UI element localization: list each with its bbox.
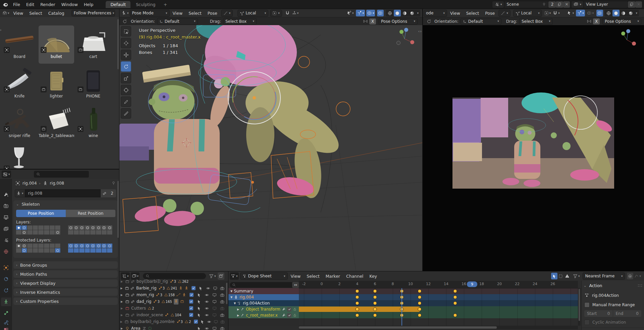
viewport-menu-view[interactable]: View (170, 9, 186, 17)
layer-cell[interactable] (68, 248, 74, 253)
viewport-scene[interactable] (119, 25, 422, 271)
datablock-name-field[interactable]: rig.008 (25, 189, 101, 197)
layer-cell[interactable] (96, 244, 102, 248)
layer-cell[interactable] (55, 248, 61, 253)
topbar-menu-edit[interactable]: Edit (23, 0, 37, 9)
layer-cell[interactable] (44, 230, 50, 235)
keyframe[interactable] (418, 295, 421, 299)
show-gizmo-dropdown[interactable]: ▾ (566, 10, 575, 16)
render-disable-icon[interactable] (219, 326, 225, 330)
shading-material-button[interactable] (620, 10, 627, 16)
layer-cell[interactable] (107, 230, 113, 235)
properties-tab-bone[interactable] (1, 309, 11, 318)
layer-cell[interactable] (44, 225, 50, 230)
channel-mute-checkbox[interactable] (287, 307, 291, 312)
layer-cell[interactable] (85, 230, 91, 235)
layers-grid[interactable] (68, 225, 113, 230)
properties-tab-tool[interactable] (1, 190, 11, 199)
protected-layers-grid[interactable] (16, 244, 61, 248)
layer-cell[interactable] (79, 230, 85, 235)
keyframe[interactable] (356, 289, 359, 293)
editor-type-dopesheet-icon[interactable]: ▾ (230, 272, 239, 280)
keyframe[interactable] (373, 308, 377, 311)
layer-cell[interactable] (22, 230, 28, 235)
gizmos-toggle[interactable]: ▾ (576, 10, 585, 16)
hide-icon[interactable] (203, 300, 210, 304)
pivot-point-dropdown[interactable]: ▾ (270, 10, 282, 17)
shading-rendered-button[interactable] (627, 10, 634, 16)
topbar-menu-window[interactable]: Window (58, 0, 81, 9)
viewport2-menu-view[interactable]: View (447, 9, 463, 17)
layer-cell[interactable] (90, 225, 96, 230)
outliner-row[interactable]: ▶mom_rig3158 (119, 291, 225, 298)
shading-dropdown[interactable]: ▾ (416, 12, 420, 15)
keyframe[interactable] (356, 314, 359, 317)
selectable-icon[interactable] (200, 320, 205, 324)
shading-wireframe-button[interactable] (605, 10, 612, 16)
expand-icon[interactable]: ▶ (119, 320, 123, 323)
layer-cell[interactable] (16, 225, 22, 230)
pose-options-dropdown[interactable]: Pose Options▾ (602, 18, 641, 25)
viewport2-menu-select[interactable]: Select (463, 9, 482, 17)
layer-cell[interactable] (90, 244, 96, 248)
properties-tab-world[interactable] (1, 247, 11, 256)
expand-icon[interactable]: ▶ (119, 300, 124, 303)
layer-cell[interactable] (79, 225, 85, 230)
layer-cell[interactable] (96, 225, 102, 230)
panel-custom-properties[interactable]: ›Custom Properties (13, 298, 118, 305)
area-split-widget[interactable]: ‹ › (418, 29, 421, 34)
render-disable-icon[interactable] (219, 306, 225, 311)
editor-type-properties-icon[interactable]: ▾ (2, 171, 11, 178)
keyframe[interactable] (453, 295, 457, 299)
channel-row[interactable]: ▼rig.004 (228, 294, 299, 300)
layer-cell[interactable] (16, 248, 22, 253)
outliner-item-name[interactable]: Area (131, 326, 141, 330)
properties-tab-physics[interactable] (1, 286, 11, 295)
snap-with-dropdown[interactable]: ▾ (291, 10, 300, 16)
layers-grid[interactable] (16, 230, 61, 235)
keyframe[interactable] (356, 308, 359, 311)
asset-library-dropdown[interactable]: Follow Preferences▾ (71, 10, 115, 16)
layer-cell[interactable] (22, 225, 28, 230)
rest-position-button[interactable]: Rest Position (66, 210, 115, 217)
dopesheet-hscrollbar[interactable] (299, 326, 497, 329)
asset-tile[interactable] (2, 144, 37, 169)
keyframe[interactable] (373, 289, 377, 293)
scene-copy-button[interactable] (556, 1, 563, 8)
properties-tab-view-layer[interactable] (1, 224, 11, 233)
viewport-disable-icon[interactable] (212, 286, 218, 290)
panel-viewport-display[interactable]: ›Viewport Display (13, 279, 118, 287)
layer-cell[interactable] (44, 248, 50, 253)
layer-cell[interactable] (50, 248, 55, 253)
snap-magnet-icon[interactable]: ▾ (552, 10, 561, 16)
tool-scale-button[interactable] (121, 73, 131, 83)
pin-icon[interactable] (111, 181, 116, 185)
asset-menu-view[interactable]: View (10, 9, 26, 17)
selectable-icon[interactable] (196, 293, 203, 297)
tool-measure-button[interactable] (121, 108, 131, 119)
viewport-disable-icon[interactable] (213, 320, 219, 324)
viewport-disable-icon[interactable] (211, 300, 218, 304)
hide-channels-toggle[interactable] (557, 273, 564, 279)
hide-icon[interactable] (203, 326, 210, 330)
action-datablock[interactable]: rig.004Action (584, 293, 619, 298)
layer-cell[interactable] (16, 244, 22, 248)
select-checkbox[interactable] (188, 300, 195, 304)
shading-material-button[interactable] (401, 10, 408, 16)
asset-tile[interactable]: cart (75, 25, 111, 64)
properties-search-input[interactable] (34, 171, 89, 178)
outliner-row[interactable]: ▶dad_rig3165 (119, 298, 225, 305)
expand-icon[interactable]: ▶ (119, 287, 124, 290)
layer-cell[interactable] (27, 248, 33, 253)
layer-cell[interactable] (102, 225, 107, 230)
layer-cell[interactable] (79, 244, 85, 248)
xray-toggle[interactable] (377, 10, 384, 16)
pivot-point-dropdown[interactable]: ▾ (543, 10, 552, 16)
tool-cursor-button[interactable] (121, 38, 131, 48)
channel-search-input[interactable] (230, 282, 296, 288)
layers-grid[interactable] (68, 230, 113, 235)
asset-tile[interactable]: bullet (39, 25, 74, 64)
layer-cell[interactable] (33, 244, 39, 248)
panel-inverse-kinematics[interactable]: ›Inverse Kinematics (13, 288, 118, 296)
shading-solid-button[interactable] (612, 10, 620, 16)
